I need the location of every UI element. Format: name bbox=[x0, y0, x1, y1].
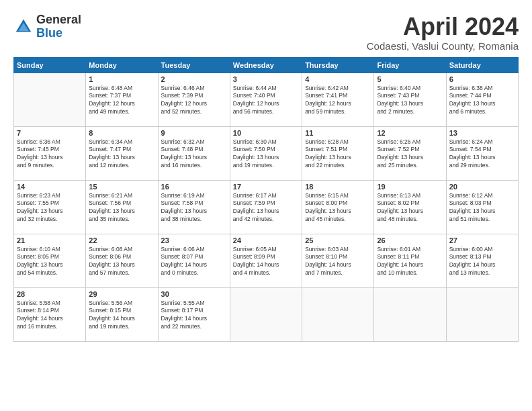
day-info: Sunrise: 6:30 AM Sunset: 7:50 PM Dayligh… bbox=[233, 138, 299, 171]
calendar-cell: 26Sunrise: 6:01 AM Sunset: 8:11 PM Dayli… bbox=[374, 234, 446, 287]
day-number: 30 bbox=[161, 290, 227, 298]
day-info: Sunrise: 6:26 AM Sunset: 7:52 PM Dayligh… bbox=[377, 138, 443, 171]
day-number: 27 bbox=[449, 236, 515, 244]
location: Codaesti, Vaslui County, Romania bbox=[367, 40, 519, 52]
day-info: Sunrise: 6:06 AM Sunset: 8:07 PM Dayligh… bbox=[161, 246, 227, 278]
day-number: 15 bbox=[89, 183, 154, 191]
day-info: Sunrise: 6:17 AM Sunset: 7:59 PM Dayligh… bbox=[233, 192, 299, 224]
day-number: 21 bbox=[17, 236, 83, 244]
page: General Blue April 2024 Codaesti, Vaslui… bbox=[0, 0, 532, 411]
day-number: 7 bbox=[17, 129, 83, 137]
day-number: 3 bbox=[233, 75, 299, 83]
calendar-cell: 16Sunrise: 6:19 AM Sunset: 7:58 PM Dayli… bbox=[158, 180, 230, 234]
day-info: Sunrise: 6:19 AM Sunset: 7:58 PM Dayligh… bbox=[161, 192, 227, 224]
calendar-cell: 5Sunrise: 6:40 AM Sunset: 7:43 PM Daylig… bbox=[374, 73, 446, 126]
day-number: 22 bbox=[89, 236, 154, 244]
calendar-cell: 7Sunrise: 6:36 AM Sunset: 7:45 PM Daylig… bbox=[14, 126, 86, 180]
day-info: Sunrise: 6:28 AM Sunset: 7:51 PM Dayligh… bbox=[305, 138, 371, 171]
day-number: 9 bbox=[161, 129, 227, 137]
day-info: Sunrise: 5:58 AM Sunset: 8:14 PM Dayligh… bbox=[17, 300, 83, 332]
calendar-cell: 17Sunrise: 6:17 AM Sunset: 7:59 PM Dayli… bbox=[230, 180, 302, 234]
calendar-cell: 24Sunrise: 6:05 AM Sunset: 8:09 PM Dayli… bbox=[230, 234, 302, 287]
day-info: Sunrise: 6:40 AM Sunset: 7:43 PM Dayligh… bbox=[377, 85, 443, 117]
day-number: 19 bbox=[377, 183, 443, 191]
day-number: 14 bbox=[17, 183, 83, 191]
calendar-day-header: Friday bbox=[374, 57, 446, 73]
day-info: Sunrise: 6:38 AM Sunset: 7:44 PM Dayligh… bbox=[449, 85, 515, 117]
day-number: 23 bbox=[161, 236, 227, 244]
calendar-cell: 27Sunrise: 6:00 AM Sunset: 8:13 PM Dayli… bbox=[446, 234, 518, 287]
day-info: Sunrise: 6:05 AM Sunset: 8:09 PM Dayligh… bbox=[233, 246, 299, 278]
calendar-cell: 9Sunrise: 6:32 AM Sunset: 7:48 PM Daylig… bbox=[158, 126, 230, 180]
calendar-cell: 22Sunrise: 6:08 AM Sunset: 8:06 PM Dayli… bbox=[86, 234, 158, 287]
day-number: 28 bbox=[17, 290, 83, 298]
calendar-cell: 20Sunrise: 6:12 AM Sunset: 8:03 PM Dayli… bbox=[446, 180, 518, 234]
day-info: Sunrise: 6:10 AM Sunset: 8:05 PM Dayligh… bbox=[17, 246, 83, 278]
calendar-cell: 6Sunrise: 6:38 AM Sunset: 7:44 PM Daylig… bbox=[446, 73, 518, 126]
calendar-cell: 10Sunrise: 6:30 AM Sunset: 7:50 PM Dayli… bbox=[230, 126, 302, 180]
calendar-cell: 2Sunrise: 6:46 AM Sunset: 7:39 PM Daylig… bbox=[158, 73, 230, 126]
calendar-day-header: Monday bbox=[86, 57, 158, 73]
day-number: 18 bbox=[305, 183, 371, 191]
day-info: Sunrise: 6:08 AM Sunset: 8:06 PM Dayligh… bbox=[89, 246, 154, 278]
calendar-day-header: Tuesday bbox=[158, 57, 230, 73]
calendar-cell: 15Sunrise: 6:21 AM Sunset: 7:56 PM Dayli… bbox=[86, 180, 158, 234]
calendar-cell bbox=[374, 287, 446, 341]
day-info: Sunrise: 6:03 AM Sunset: 8:10 PM Dayligh… bbox=[305, 246, 371, 278]
day-number: 5 bbox=[377, 75, 443, 83]
day-info: Sunrise: 5:56 AM Sunset: 8:15 PM Dayligh… bbox=[89, 300, 154, 332]
day-info: Sunrise: 6:12 AM Sunset: 8:03 PM Dayligh… bbox=[449, 192, 515, 224]
calendar-cell: 12Sunrise: 6:26 AM Sunset: 7:52 PM Dayli… bbox=[374, 126, 446, 180]
day-number: 25 bbox=[305, 236, 371, 244]
day-info: Sunrise: 6:36 AM Sunset: 7:45 PM Dayligh… bbox=[17, 138, 83, 171]
day-number: 2 bbox=[161, 75, 227, 83]
calendar-cell: 3Sunrise: 6:44 AM Sunset: 7:40 PM Daylig… bbox=[230, 73, 302, 126]
calendar-cell: 28Sunrise: 5:58 AM Sunset: 8:14 PM Dayli… bbox=[14, 287, 86, 341]
calendar-week-row: 14Sunrise: 6:23 AM Sunset: 7:55 PM Dayli… bbox=[14, 180, 519, 234]
calendar-table: SundayMondayTuesdayWednesdayThursdayFrid… bbox=[13, 57, 519, 342]
calendar-header-row: SundayMondayTuesdayWednesdayThursdayFrid… bbox=[14, 57, 519, 73]
day-number: 13 bbox=[449, 129, 515, 137]
day-number: 11 bbox=[305, 129, 371, 137]
day-number: 12 bbox=[377, 129, 443, 137]
day-info: Sunrise: 6:34 AM Sunset: 7:47 PM Dayligh… bbox=[89, 138, 154, 171]
calendar-week-row: 21Sunrise: 6:10 AM Sunset: 8:05 PM Dayli… bbox=[14, 234, 519, 287]
calendar-cell bbox=[446, 287, 518, 341]
calendar-cell: 23Sunrise: 6:06 AM Sunset: 8:07 PM Dayli… bbox=[158, 234, 230, 287]
day-number: 6 bbox=[449, 75, 515, 83]
title-section: April 2024 Codaesti, Vaslui County, Roma… bbox=[367, 13, 519, 52]
calendar-day-header: Saturday bbox=[446, 57, 518, 73]
day-number: 17 bbox=[233, 183, 299, 191]
calendar-day-header: Thursday bbox=[302, 57, 374, 73]
logo: General Blue bbox=[13, 13, 81, 40]
day-info: Sunrise: 6:32 AM Sunset: 7:48 PM Dayligh… bbox=[161, 138, 227, 171]
day-number: 16 bbox=[161, 183, 227, 191]
day-number: 8 bbox=[89, 129, 154, 137]
logo-blue-text: Blue bbox=[36, 27, 81, 40]
calendar-cell: 1Sunrise: 6:48 AM Sunset: 7:37 PM Daylig… bbox=[86, 73, 158, 126]
day-number: 29 bbox=[89, 290, 154, 298]
day-number: 24 bbox=[233, 236, 299, 244]
calendar-cell: 30Sunrise: 5:55 AM Sunset: 8:17 PM Dayli… bbox=[158, 287, 230, 341]
day-info: Sunrise: 6:44 AM Sunset: 7:40 PM Dayligh… bbox=[233, 85, 299, 117]
calendar-cell: 19Sunrise: 6:13 AM Sunset: 8:02 PM Dayli… bbox=[374, 180, 446, 234]
day-info: Sunrise: 6:42 AM Sunset: 7:41 PM Dayligh… bbox=[305, 85, 371, 117]
calendar-cell bbox=[14, 73, 86, 126]
calendar-cell: 25Sunrise: 6:03 AM Sunset: 8:10 PM Dayli… bbox=[302, 234, 374, 287]
day-info: Sunrise: 6:15 AM Sunset: 8:00 PM Dayligh… bbox=[305, 192, 371, 224]
calendar-cell: 13Sunrise: 6:24 AM Sunset: 7:54 PM Dayli… bbox=[446, 126, 518, 180]
calendar-cell: 29Sunrise: 5:56 AM Sunset: 8:15 PM Dayli… bbox=[86, 287, 158, 341]
calendar-cell: 18Sunrise: 6:15 AM Sunset: 8:00 PM Dayli… bbox=[302, 180, 374, 234]
day-number: 26 bbox=[377, 236, 443, 244]
header: General Blue April 2024 Codaesti, Vaslui… bbox=[13, 13, 519, 52]
day-info: Sunrise: 6:23 AM Sunset: 7:55 PM Dayligh… bbox=[17, 192, 83, 224]
month-title: April 2024 bbox=[367, 13, 519, 40]
calendar-cell: 4Sunrise: 6:42 AM Sunset: 7:41 PM Daylig… bbox=[302, 73, 374, 126]
calendar-day-header: Sunday bbox=[14, 57, 86, 73]
calendar-cell: 8Sunrise: 6:34 AM Sunset: 7:47 PM Daylig… bbox=[86, 126, 158, 180]
calendar-week-row: 7Sunrise: 6:36 AM Sunset: 7:45 PM Daylig… bbox=[14, 126, 519, 180]
calendar-day-header: Wednesday bbox=[230, 57, 302, 73]
day-number: 10 bbox=[233, 129, 299, 137]
day-info: Sunrise: 6:00 AM Sunset: 8:13 PM Dayligh… bbox=[449, 246, 515, 278]
day-number: 4 bbox=[305, 75, 371, 83]
